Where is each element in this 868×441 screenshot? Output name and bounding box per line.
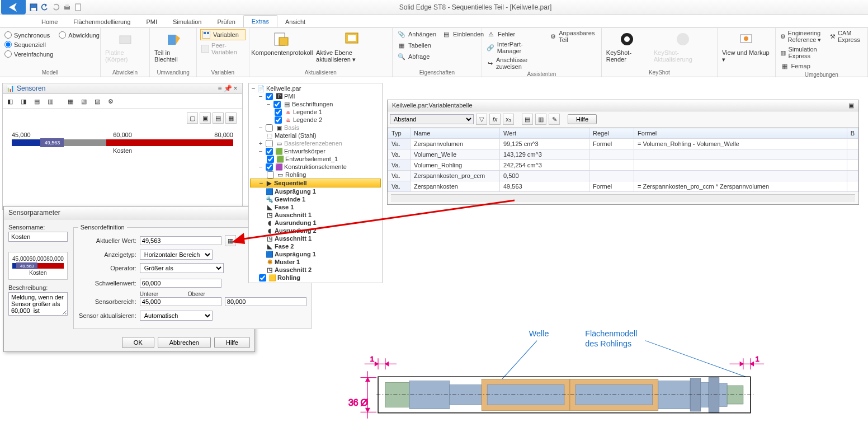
cancel-button[interactable]: Abbrechen	[158, 337, 211, 348]
sensor-tool-7[interactable]: ▨	[92, 96, 103, 107]
options-icon[interactable]: ≡	[216, 85, 223, 92]
btn-view-markup[interactable]: View und Markup ▾	[721, 29, 772, 64]
sensor-sub-tool-3[interactable]: ▤	[213, 112, 224, 124]
operator-select[interactable]: Größer als	[140, 263, 224, 273]
btn-anschluesse[interactable]: ↪Anschlüsse zuweisen	[485, 56, 545, 71]
table-row[interactable]: Va.Volumen_Rohling242,254 cm^3	[388, 160, 858, 171]
svg-marker-0	[9, 3, 17, 12]
btn-keyshot-akt: KeyShot-Aktualisierung	[653, 29, 714, 64]
btn-fehler[interactable]: ⚠Fehler	[485, 29, 545, 39]
table-row[interactable]: Va.Zerspannvolumen99,125 cm^3Formel= Vol…	[388, 139, 858, 149]
close-icon[interactable]: ×	[232, 85, 239, 92]
vw-help-button[interactable]: Hilfe	[568, 114, 597, 124]
table-row[interactable]: Va.Volumen_Welle143,129 cm^3	[388, 149, 858, 160]
sensor-description-input[interactable]: Meldung, wenn der Sensor größer als 60,0…	[8, 292, 68, 316]
current-value-field[interactable]	[140, 236, 221, 245]
tab-ansicht[interactable]: Ansicht	[277, 16, 313, 27]
ribbon-tabs: Home Flächenmodellierung PMI Simulation …	[0, 15, 868, 28]
btn-teil-in-blechteil[interactable]: Teil in Blechteil	[153, 29, 193, 64]
pick-variable-button[interactable]: ▦	[225, 235, 236, 246]
btn-peer-variablen: Peer-Variablen	[200, 41, 246, 56]
radio-abwicklung[interactable]: Abwicklung	[59, 31, 100, 39]
sensor-tool-5[interactable]: ▦	[65, 96, 76, 107]
radio-vereinfachung[interactable]: Vereinfachung	[4, 50, 53, 58]
btn-tabellen[interactable]: ▦Tabellen	[396, 40, 437, 50]
quick-access-toolbar	[29, 3, 83, 12]
sensor-parameter-dialog: Sensorparameter Sensorname: 45,000 60,00…	[3, 206, 255, 352]
application-menu-button[interactable]	[1, 0, 26, 15]
radio-sequenziell[interactable]: Sequenziell	[4, 41, 53, 48]
vw-tool-fx[interactable]: fx	[489, 114, 501, 125]
threshold-input[interactable]	[140, 279, 221, 288]
sensor-name-input[interactable]	[8, 232, 68, 242]
svg-marker-9	[176, 35, 180, 45]
btn-anhaengen[interactable]: 📎Anhängen	[396, 29, 437, 39]
save-icon[interactable]	[29, 3, 38, 12]
btn-keyshot-render[interactable]: KeyShot-Render	[605, 29, 649, 64]
btn-abfrage[interactable]: 🔍Abfrage	[396, 51, 437, 62]
sensor-sub-tool-1[interactable]: ▢	[187, 112, 198, 124]
sensor-panel-icon: 📊	[6, 85, 15, 92]
help-button[interactable]: Hilfe	[214, 337, 250, 348]
update-mode-select[interactable]: Automatisch	[140, 311, 213, 321]
svg-rect-2	[31, 8, 36, 11]
ok-button[interactable]: OK	[122, 337, 154, 348]
table-row[interactable]: Va.Zerspannkosten49,563Formel= Zerspannk…	[388, 181, 858, 192]
svg-line-26	[645, 341, 746, 377]
btn-simexpress[interactable]: ▥Simulation Express	[779, 45, 825, 60]
model-tree[interactable]: −📄Keilwelle.par −🅿PMI −▤Beschriftungen a…	[248, 83, 383, 283]
btn-variablen[interactable]: Variablen	[200, 29, 246, 40]
sensor-sub-tool-2[interactable]: ▣	[200, 112, 211, 124]
btn-komponentenprotokoll[interactable]: Komponentenprotokoll	[253, 29, 312, 57]
svg-rect-6	[76, 4, 81, 11]
btn-femap[interactable]: ▦Femap	[779, 61, 825, 71]
filter-type-select[interactable]: Abstand	[390, 114, 474, 124]
range-lower-input[interactable]	[140, 297, 221, 306]
btn-einblenden[interactable]: ▤Einblenden	[441, 29, 485, 39]
vw-tool-new[interactable]: ✎	[549, 114, 560, 125]
btn-engref[interactable]: ⚙Engineering Reference ▾	[779, 29, 825, 44]
sensor-tool-6[interactable]: ▧	[78, 96, 89, 107]
vw-tool-paste[interactable]: ▥	[535, 114, 546, 125]
tab-simulation[interactable]: Simulation	[165, 16, 209, 27]
sensor-tool-4[interactable]: ▥	[45, 96, 56, 107]
sensor-tool-1[interactable]: ◧	[4, 96, 16, 107]
tab-extras[interactable]: Extras	[243, 15, 277, 27]
undo-icon[interactable]	[40, 3, 49, 12]
sensor-tool-2[interactable]: ◨	[18, 96, 29, 107]
new-doc-icon[interactable]	[74, 3, 83, 12]
sensor-sub-tool-4[interactable]: ▦	[225, 112, 237, 124]
btn-anpassbares[interactable]: ⚙Anpassbares Teil	[548, 29, 598, 44]
tab-pruefen[interactable]: Prüfen	[209, 16, 243, 27]
display-type-select[interactable]: Horizontaler Bereich	[140, 250, 213, 260]
svg-point-19	[624, 36, 630, 42]
btn-aktive-ebene[interactable]: Aktive Ebene aktualisieren ▾	[315, 29, 389, 64]
table-row[interactable]: Va.Zerspannkosten_pro_ccm0,500	[388, 171, 858, 181]
svg-point-20	[677, 33, 689, 45]
print-icon[interactable]	[63, 3, 72, 12]
vw-tool-x1[interactable]: x₁	[503, 114, 514, 125]
svg-marker-41	[366, 408, 370, 412]
variable-table[interactable]: Typ Name Wert Regel Formel B Va.Zerspann…	[388, 128, 858, 192]
svg-marker-30	[375, 362, 378, 366]
tab-flaechen[interactable]: Flächenmodellierung	[65, 16, 138, 27]
window-title: Solid Edge ST8 - Sequentielles Teil - [K…	[83, 3, 868, 11]
tab-pmi[interactable]: PMI	[138, 16, 165, 27]
radio-synchronous[interactable]: Synchronous	[4, 31, 53, 39]
sensor-tool-8[interactable]: ⚙	[105, 96, 116, 107]
svg-rect-8	[168, 35, 176, 45]
pin-icon[interactable]: 📌	[224, 85, 231, 92]
vw-tool-filter[interactable]: ▽	[476, 114, 487, 125]
btn-interpart[interactable]: 🔗InterPart-Manager	[485, 40, 545, 55]
tab-home[interactable]: Home	[34, 16, 65, 27]
sensor-tool-3[interactable]: ▤	[31, 96, 43, 107]
vw-tool-copy[interactable]: ▤	[522, 114, 533, 125]
svg-point-22	[744, 36, 748, 41]
label-flaechenmodell-2: des Rohlings	[585, 339, 631, 348]
svg-marker-35	[740, 362, 743, 366]
btn-cam[interactable]: ⚒CAM Express	[828, 29, 864, 44]
variable-window-close[interactable]: ▣	[848, 102, 854, 109]
redo-icon[interactable]	[51, 3, 60, 12]
vw-scrollbar[interactable]	[391, 194, 855, 202]
graphics-viewport[interactable]: Welle Flächenmodell des Rohlings 1	[248, 256, 866, 441]
